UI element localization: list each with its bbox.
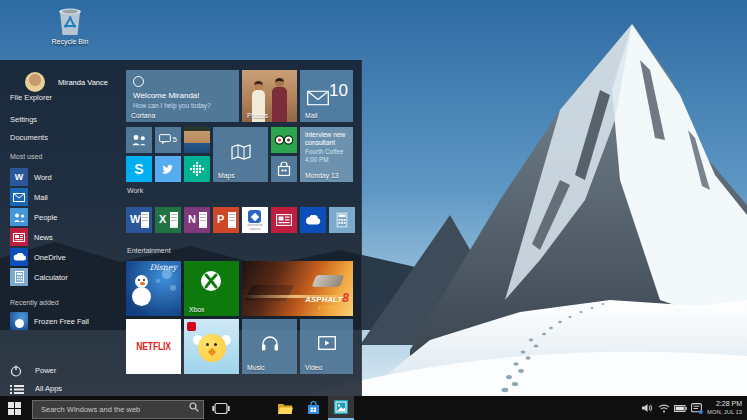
tile-photoshop-express[interactable]: photoshop express (242, 207, 268, 233)
olaf-snowman-head (135, 275, 148, 288)
photoshop-express-icon (248, 210, 261, 223)
calculator-icon (10, 268, 28, 286)
tile-calendar[interactable]: Interview new consultant Fourth Coffee 4… (300, 127, 353, 182)
sidebar-item-file-explorer[interactable]: File Explorer (10, 93, 52, 102)
tile-label: Maps (218, 172, 235, 179)
tile-dotted-app[interactable] (184, 156, 210, 182)
desktop-icon-recycle-bin[interactable]: Recycle Bin (42, 5, 98, 45)
word-icon: W (130, 213, 140, 225)
taskbar-file-explorer-button[interactable] (272, 396, 298, 420)
all-apps-button[interactable]: All Apps (10, 381, 110, 395)
sidebar-item-frozen-free-fall[interactable]: Frozen Free Fall (10, 312, 120, 330)
calendar-event-title: Interview new consultant (305, 131, 349, 147)
sidebar-item-news[interactable]: News (10, 228, 120, 246)
taskbar: 2:28 PM MON, JUL 13 (0, 396, 747, 420)
calendar-day: Monday 13 (305, 172, 339, 179)
netflix-wordmark: NETFLIX (126, 319, 181, 374)
photos-icon (334, 400, 348, 414)
tile-cortana[interactable]: Welcome Miranda! How can I help you toda… (126, 70, 239, 122)
tile-netflix[interactable]: NETFLIX (126, 319, 181, 374)
sidebar-item-label: News (34, 233, 53, 242)
document-page (199, 212, 207, 228)
sidebar-item-settings[interactable]: Settings (10, 115, 37, 124)
search-input[interactable] (32, 400, 204, 419)
mail-icon (10, 188, 28, 206)
sidebar-item-label: Frozen Free Fall (34, 317, 89, 326)
tile-chicken-game[interactable] (184, 319, 239, 374)
tile-photos[interactable]: Photos (242, 70, 297, 122)
start-menu: Miranda Vance File Explorer Settings Doc… (0, 60, 362, 396)
tile-store[interactable] (271, 156, 297, 182)
cortana-icon (133, 76, 144, 87)
most-used-header: Most used (10, 153, 42, 160)
tile-calculator[interactable] (329, 207, 355, 233)
all-apps-label: All Apps (35, 384, 62, 393)
tile-mail[interactable]: 10 Mail (300, 70, 353, 122)
onenote-icon: N (188, 213, 196, 225)
sidebar-item-label: OneDrive (34, 253, 66, 262)
tile-twitter[interactable] (155, 156, 181, 182)
tile-xbox[interactable]: Xbox (184, 261, 239, 316)
tile-excel[interactable]: X (155, 207, 181, 233)
tile-contact-photo[interactable] (184, 127, 210, 153)
sidebar-item-label: Calculator (34, 273, 68, 282)
tile-messaging[interactable]: 5 (155, 127, 181, 153)
tile-frozen-free-fall[interactable]: Disney (126, 261, 181, 316)
news-icon (276, 214, 292, 226)
taskbar-store-button[interactable] (300, 396, 326, 420)
sidebar-item-onedrive[interactable]: OneDrive (10, 248, 120, 266)
calculator-icon (337, 213, 348, 228)
group-header-entertainment: Entertainment (127, 247, 171, 254)
asphalt-subtitle: AIRBORNE (305, 303, 349, 313)
tile-label: Xbox (189, 306, 205, 313)
sidebar-item-calculator[interactable]: Calculator (10, 268, 120, 286)
search-icon (189, 402, 199, 412)
start-button[interactable] (0, 396, 28, 420)
battery-icon[interactable] (672, 396, 688, 420)
news-icon (10, 228, 28, 246)
people-icon (10, 208, 28, 226)
photo-person (272, 87, 287, 122)
group-header-work: Work (127, 187, 143, 194)
volume-icon[interactable] (639, 396, 655, 420)
sidebar-item-word[interactable]: W Word (10, 168, 120, 186)
tile-label: Photos (247, 112, 268, 119)
tile-maps[interactable]: Maps (213, 127, 268, 182)
tile-video[interactable]: Video (300, 319, 353, 374)
network-icon[interactable] (656, 396, 672, 420)
taskbar-clock[interactable]: 2:28 PM MON, JUL 13 (703, 399, 745, 416)
power-button[interactable]: Power (10, 363, 110, 377)
bubble (162, 269, 172, 279)
dots-pattern-icon (189, 161, 205, 177)
task-view-button[interactable] (208, 396, 234, 420)
tile-label: Cortana (131, 112, 155, 119)
sidebar-item-mail[interactable]: Mail (10, 188, 120, 206)
tile-word[interactable]: W (126, 207, 152, 233)
tile-people[interactable] (126, 127, 152, 153)
user-account-button[interactable]: Miranda Vance (25, 72, 135, 94)
tile-news[interactable] (271, 207, 297, 233)
user-name: Miranda Vance (58, 78, 108, 87)
sidebar-item-people[interactable]: People (10, 208, 120, 226)
onedrive-icon (10, 248, 28, 266)
messaging-icon (159, 134, 171, 145)
taskbar-search (32, 398, 204, 417)
tile-onenote[interactable]: N (184, 207, 210, 233)
taskbar-photos-button[interactable] (328, 396, 354, 420)
document-page (228, 212, 236, 228)
powerpoint-icon: P (217, 213, 224, 225)
sidebar-item-documents[interactable]: Documents (10, 133, 48, 142)
windows-logo-icon (8, 402, 21, 415)
tile-skype[interactable]: S (126, 156, 152, 182)
tile-asphalt-8[interactable]: ASPHALT8 AIRBORNE (242, 261, 353, 316)
tile-music[interactable]: Music (242, 319, 297, 374)
tile-onedrive[interactable] (300, 207, 326, 233)
word-icon: W (10, 168, 28, 186)
asphalt-8-logo: ASPHALT8 AIRBORNE (305, 292, 349, 313)
photoshop-express-caption: photoshop express (242, 223, 268, 231)
tile-tripadvisor[interactable] (271, 127, 297, 153)
twitter-bird-icon (161, 163, 175, 175)
skype-icon: S (134, 161, 143, 177)
tile-powerpoint[interactable]: P (213, 207, 239, 233)
document-page (170, 212, 178, 228)
